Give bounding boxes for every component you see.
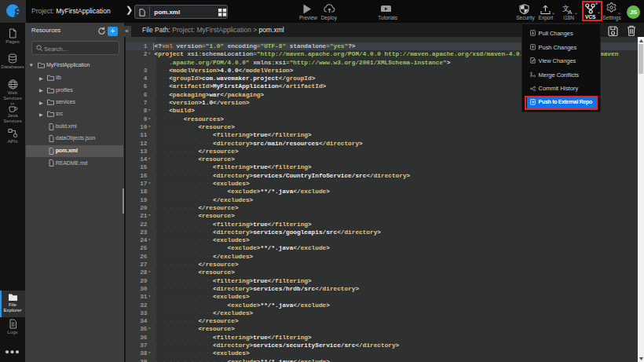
svg-text:A: A — [568, 9, 573, 15]
